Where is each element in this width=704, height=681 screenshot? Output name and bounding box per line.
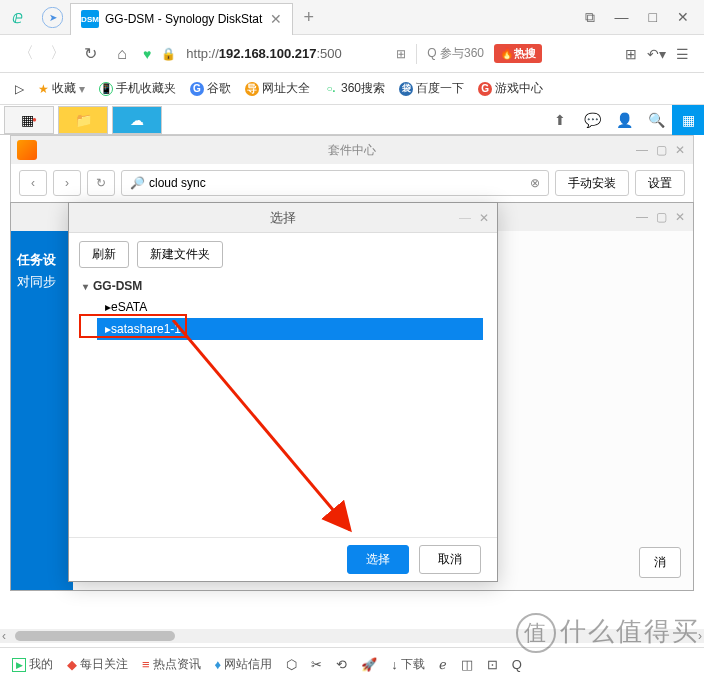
- dsm-taskbar: ▦● 📁 ☁ ⬆ 💬 👤 🔍 ▦: [0, 105, 704, 135]
- manual-install-button[interactable]: 手动安装: [555, 170, 629, 196]
- search-icon[interactable]: 🔍: [640, 105, 672, 135]
- sb-shield-icon[interactable]: ⬡: [286, 657, 297, 672]
- sb-my[interactable]: ▶我的: [12, 656, 53, 673]
- maximize-button[interactable]: □: [649, 9, 657, 25]
- new-folder-button[interactable]: 新建文件夹: [137, 241, 223, 268]
- package-center-titlebar[interactable]: 套件中心 —▢✕: [11, 136, 693, 164]
- bookmark-item[interactable]: G游戏中心: [478, 80, 543, 97]
- tree-item-esata[interactable]: ▸eSATA: [97, 296, 483, 318]
- browser-status-bar: ▶我的 ◆每日关注 ≡热点资讯 ♦网站信用 ⬡ ✂ ⟲ 🚀 ↓下载 ℯ ◫ ⊡ …: [0, 647, 704, 681]
- sidebar-toggle-icon[interactable]: ▷: [15, 82, 24, 96]
- next-button-hidden[interactable]: 消: [639, 547, 681, 578]
- undo-icon[interactable]: ↶▾: [647, 46, 666, 62]
- bookmark-item[interactable]: ○.360搜索: [324, 80, 385, 97]
- dsm-app-cloudsync-icon[interactable]: ☁: [112, 106, 162, 134]
- pkg-search-field[interactable]: 🔎 ⊗: [121, 170, 549, 196]
- sb-scissors-icon[interactable]: ✂: [311, 657, 322, 672]
- folder-select-dialog: 选择 —✕ 刷新 新建文件夹 ▾GG-DSM ▸eSATA ▸satashare…: [68, 202, 498, 582]
- sb-icon2[interactable]: ⊡: [487, 657, 498, 672]
- upload-icon[interactable]: ⬆: [544, 105, 576, 135]
- close-button[interactable]: ✕: [677, 9, 689, 25]
- bookmark-item[interactable]: 📱手机收藏夹: [99, 80, 176, 97]
- clear-search-icon[interactable]: ⊗: [530, 176, 540, 190]
- horizontal-scrollbar[interactable]: ‹ ›: [0, 629, 704, 643]
- lock-icon: 🔒: [161, 47, 176, 61]
- hot-search-badge[interactable]: 🔥热搜: [494, 44, 542, 63]
- url-port: :500: [316, 46, 341, 61]
- sb-restore-icon[interactable]: ⟲: [336, 657, 347, 672]
- sb-zoom-icon[interactable]: Q: [512, 657, 522, 672]
- scrollbar-thumb[interactable]: [15, 631, 175, 641]
- wizard-side-panel: 任务设 对同步: [11, 231, 73, 590]
- sb-download[interactable]: ↓下载: [391, 656, 425, 673]
- pkg-refresh-button[interactable]: ↻: [87, 170, 115, 196]
- pkg-back-button[interactable]: ‹: [19, 170, 47, 196]
- dsm-menu-button[interactable]: ▦●: [4, 106, 54, 134]
- cs-close-icon[interactable]: ✕: [675, 210, 685, 224]
- dialog-title: 选择: [270, 209, 296, 227]
- bookmark-item[interactable]: 袋百度一下: [399, 80, 464, 97]
- address-bar: 〈 〉 ↻ ⌂ ♥ 🔒 http://192.168.100.217:500 ⊞…: [0, 35, 704, 73]
- sb-rocket-icon[interactable]: 🚀: [361, 657, 377, 672]
- select-button[interactable]: 选择: [347, 545, 409, 574]
- cs-minimize-icon[interactable]: —: [636, 210, 648, 224]
- active-tab[interactable]: DSM GG-DSM - Synology DiskStat ✕: [70, 3, 293, 35]
- dialog-footer: 选择 取消: [69, 537, 497, 581]
- separator: [416, 44, 417, 64]
- reload-button[interactable]: ↻: [79, 43, 101, 65]
- pkg-forward-button[interactable]: ›: [53, 170, 81, 196]
- sb-hotnews[interactable]: ≡热点资讯: [142, 656, 201, 673]
- wizard-step-subtitle: 对同步: [17, 273, 67, 291]
- sb-credit[interactable]: ♦网站信用: [215, 656, 273, 673]
- browser-tab-strip: ⅇ ➤ DSM GG-DSM - Synology DiskStat ✕ + ⧉…: [0, 0, 704, 35]
- tree-item-satashare[interactable]: ▸satashare1-1: [97, 318, 483, 340]
- pkg-minimize-icon[interactable]: —: [636, 143, 648, 157]
- search-hint[interactable]: Q 参与360: [427, 45, 484, 62]
- tab-title: GG-DSM - Synology DiskStat: [105, 12, 262, 26]
- cancel-button[interactable]: 取消: [419, 545, 481, 574]
- tree-root[interactable]: ▾GG-DSM: [83, 276, 483, 296]
- url-scheme: http://: [186, 46, 219, 61]
- dialog-min-icon[interactable]: —: [459, 211, 471, 225]
- dsm-app-filestation-icon[interactable]: 📁: [58, 106, 108, 134]
- hamburger-menu-icon[interactable]: ☰: [676, 46, 689, 62]
- minimize-button[interactable]: —: [615, 9, 629, 25]
- pkg-search-input[interactable]: [149, 176, 530, 190]
- pkg-close-icon[interactable]: ✕: [675, 143, 685, 157]
- home-button[interactable]: ⌂: [111, 43, 133, 65]
- widgets-icon[interactable]: ▦: [672, 105, 704, 135]
- dialog-titlebar[interactable]: 选择 —✕: [69, 203, 497, 233]
- pkg-settings-button[interactable]: 设置: [635, 170, 685, 196]
- dialog-toolbar: 刷新 新建文件夹: [69, 233, 497, 276]
- panes-icon[interactable]: ⧉: [585, 9, 595, 26]
- sb-icon1[interactable]: ◫: [461, 657, 473, 672]
- wizard-step-title: 任务设: [17, 251, 67, 269]
- dialog-close-icon[interactable]: ✕: [479, 211, 489, 225]
- nav-compass-icon[interactable]: ➤: [42, 7, 63, 28]
- notifications-icon[interactable]: 💬: [576, 105, 608, 135]
- window-controls: ⧉ — □ ✕: [585, 9, 704, 26]
- forward-button[interactable]: 〉: [47, 43, 69, 65]
- bookmark-favorites[interactable]: ★收藏▾: [38, 80, 85, 97]
- back-button[interactable]: 〈: [15, 43, 37, 65]
- pkg-maximize-icon[interactable]: ▢: [656, 143, 667, 157]
- qr-icon[interactable]: ⊞: [396, 47, 406, 61]
- search-icon: 🔎: [130, 176, 145, 190]
- bookmark-item[interactable]: 导网址大全: [245, 80, 310, 97]
- user-icon[interactable]: 👤: [608, 105, 640, 135]
- shield-icon[interactable]: ♥: [143, 46, 151, 62]
- refresh-button[interactable]: 刷新: [79, 241, 129, 268]
- sb-ie-icon[interactable]: ℯ: [439, 657, 447, 672]
- cs-maximize-icon[interactable]: ▢: [656, 210, 667, 224]
- new-tab-button[interactable]: +: [303, 7, 314, 28]
- bookmark-item[interactable]: G谷歌: [190, 80, 231, 97]
- folder-tree: ▾GG-DSM ▸eSATA ▸satashare1-1: [69, 276, 497, 537]
- url-host: 192.168.100.217: [219, 46, 317, 61]
- apps-grid-icon[interactable]: ⊞: [625, 46, 637, 62]
- bookmarks-bar: ▷ ★收藏▾ 📱手机收藏夹 G谷歌 导网址大全 ○.360搜索 袋百度一下 G游…: [0, 73, 704, 105]
- url-field[interactable]: http://192.168.100.217:500: [186, 46, 386, 61]
- tab-close-icon[interactable]: ✕: [270, 11, 282, 27]
- package-center-app-icon: [17, 140, 37, 160]
- sb-daily[interactable]: ◆每日关注: [67, 656, 128, 673]
- browser-logo-icon: ⅇ: [0, 0, 35, 35]
